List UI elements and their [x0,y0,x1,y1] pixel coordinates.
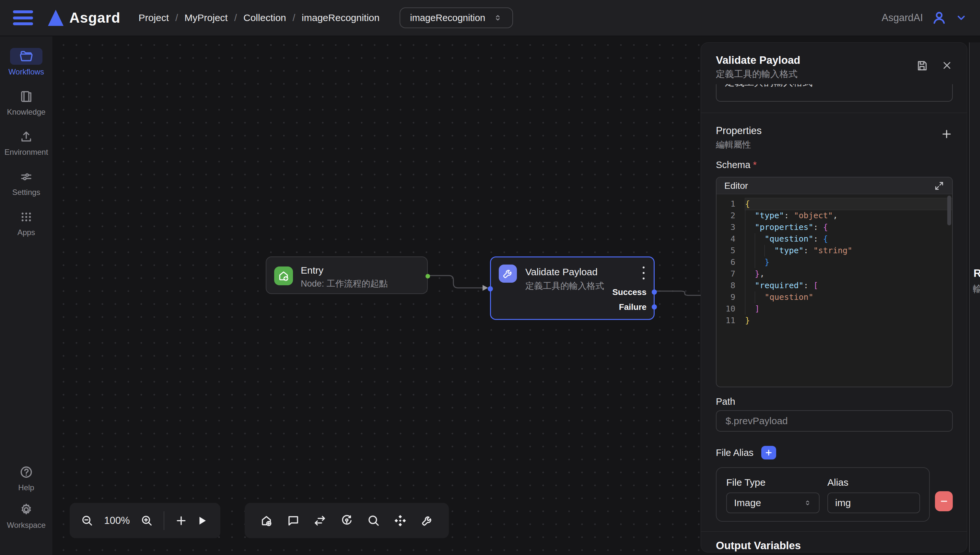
sidebar-item-label: Knowledge [7,107,46,117]
output-port[interactable] [425,274,430,279]
add-entry-node-button[interactable] [259,514,273,528]
alias-label: Alias [827,477,920,488]
comment-button[interactable] [286,514,300,528]
save-icon[interactable] [916,59,928,72]
sidebar-item-label: Settings [12,188,40,197]
wrench-icon [499,265,517,283]
sidebar-item-workflows[interactable]: Workflows [8,48,44,76]
zoom-in-button[interactable] [140,514,153,527]
node-menu-icon[interactable] [643,266,645,279]
fit-view-button[interactable] [393,514,407,528]
house-plus-icon [274,266,293,285]
search-button[interactable] [367,514,380,528]
menu-icon[interactable] [13,10,33,25]
panel-title: Validate Payload [716,54,800,67]
code-line: 5"type": "string" [716,245,952,257]
add-node-button[interactable] [175,514,188,527]
schema-editor[interactable]: Editor 1{2"type": "object",3"properties"… [716,177,953,387]
remove-file-alias-button[interactable] [935,491,953,511]
app-logo[interactable]: Asgard [48,10,121,26]
node-title: Entry [301,265,323,276]
input-port[interactable] [488,286,493,292]
name-field-clipped[interactable]: 定義工具的輸入格式 [716,84,953,102]
breadcrumb-project[interactable]: Project [139,12,169,23]
code-line: 10] [716,303,952,315]
logo-triangle-icon [48,10,64,26]
node-tools-toolbar [245,503,449,538]
properties-subtitle: 編輯屬性 [716,140,761,150]
breadcrumb-myproject[interactable]: MyProject [184,12,227,23]
left-sidebar: Workflows Knowledge Environment Settings… [0,36,53,555]
alias-input[interactable]: img [827,492,920,513]
workflow-canvas[interactable]: Entry Node: 工作流程的起點 Validate Payload 定義工… [53,36,980,555]
breadcrumb: Project / MyProject / Collection / image… [139,12,380,23]
file-alias-card: File Type Image Alias img [716,467,930,522]
sidebar-item-knowledge[interactable]: Knowledge [7,88,46,117]
code-line: 4"question": { [716,233,952,245]
success-port[interactable] [652,289,657,295]
user-avatar-icon[interactable] [932,10,947,26]
failure-port[interactable] [652,305,657,310]
top-navbar: Asgard Project / MyProject / Collection … [0,0,980,36]
code-line: 1{ [716,198,952,210]
workflow-selector[interactable]: imageRecognition [399,8,513,28]
file-alias-label: File Alias [716,448,753,458]
breadcrumb-collection[interactable]: Collection [243,12,286,23]
sliver-title-fragment: R [974,267,980,279]
tools-button[interactable] [420,514,434,528]
sidebar-item-label: Help [18,483,34,492]
folder-icon [19,49,34,63]
required-marker: * [753,160,756,170]
upload-icon [19,130,33,143]
logo-text: Asgard [69,10,121,26]
chevron-updown-icon [803,499,812,507]
sidebar-item-label: Workspace [7,521,46,530]
sidebar-item-workspace[interactable]: Workspace [7,501,46,530]
sliver-subtitle-fragment: 輸 [973,283,980,296]
edge-arrowhead-icon [483,285,488,291]
sidebar-item-settings[interactable]: Settings [10,168,42,197]
help-circle-icon [19,465,34,479]
zoom-toolbar: 100% [70,503,220,538]
user-label: AsgardAI [882,12,923,24]
chevron-updown-icon [493,13,503,22]
close-icon[interactable] [941,59,953,71]
sidebar-item-apps[interactable]: Apps [10,209,42,237]
node-entry[interactable]: Entry Node: 工作流程的起點 [266,257,428,294]
sidebar-item-label: Workflows [8,67,44,76]
sidebar-item-label: Environment [5,148,48,157]
zoom-level: 100% [102,515,132,526]
code-line: 11} [716,315,952,326]
code-area[interactable]: 1{2"type": "object",3"properties": {4"qu… [716,194,952,326]
editor-scrollbar[interactable] [947,196,951,225]
gear-icon [19,502,34,517]
breadcrumb-current[interactable]: imageRecognition [302,12,380,23]
output-variables-heading: Output Variables [716,539,953,552]
node-subtitle: 定義工具的輸入格式 [525,280,604,292]
run-workflow-button[interactable] [196,515,208,526]
sliders-icon [19,170,33,184]
code-line: 8"required": [ [716,280,952,292]
editor-label: Editor [724,181,748,191]
file-type-select[interactable]: Image [726,492,819,513]
code-line: 9"question" [716,292,952,303]
code-line: 3"properties": { [716,221,952,233]
file-type-label: File Type [726,477,819,488]
swap-connection-button[interactable] [313,514,327,528]
sidebar-item-environment[interactable]: Environment [5,128,48,157]
iterate-node-button[interactable] [340,514,354,528]
properties-title: Properties [716,125,761,137]
chevron-down-icon[interactable] [955,12,967,24]
path-label: Path [716,396,953,407]
expand-icon[interactable] [934,181,945,191]
node-config-panel: Validate Payload 定義工具的輸入格式 定義工具的輸入格式 Pro… [701,42,967,552]
node-title: Validate Payload [525,266,598,278]
divider [701,531,967,532]
add-file-alias-button[interactable] [761,446,776,459]
path-input[interactable]: $.prevPayload [716,410,953,431]
add-property-icon[interactable] [940,128,953,140]
zoom-out-button[interactable] [81,514,94,527]
panel-subtitle: 定義工具的輸入格式 [716,69,800,80]
node-validate-payload[interactable]: Validate Payload 定義工具的輸入格式 Success Failu… [490,257,655,320]
sidebar-item-help[interactable]: Help [7,464,46,492]
